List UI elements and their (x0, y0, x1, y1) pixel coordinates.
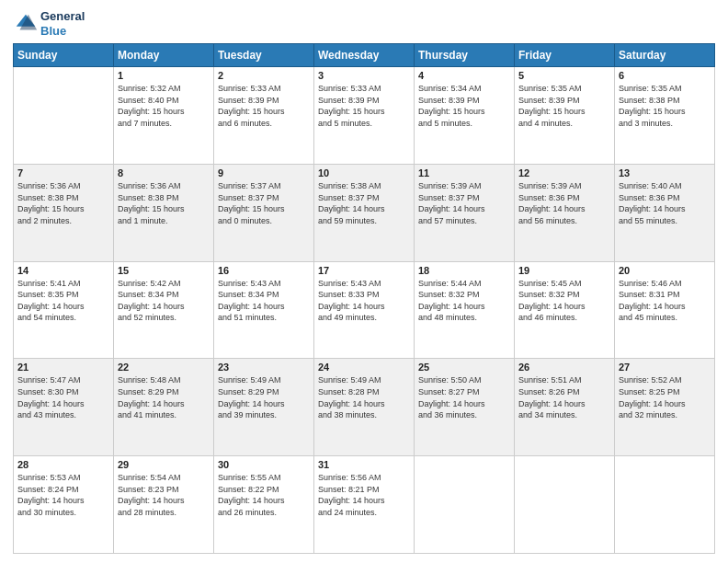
calendar-cell: 12Sunrise: 5:39 AM Sunset: 8:36 PM Dayli… (515, 164, 615, 261)
calendar-cell: 1Sunrise: 5:32 AM Sunset: 8:40 PM Daylig… (114, 67, 214, 165)
cell-info: Sunrise: 5:33 AM Sunset: 8:39 PM Dayligh… (218, 83, 310, 129)
day-number: 7 (17, 167, 109, 178)
calendar-cell (14, 67, 114, 165)
calendar-cell: 26Sunrise: 5:51 AM Sunset: 8:26 PM Dayli… (515, 359, 615, 456)
cell-info: Sunrise: 5:33 AM Sunset: 8:39 PM Dayligh… (318, 83, 410, 129)
calendar-cell: 4Sunrise: 5:34 AM Sunset: 8:39 PM Daylig… (415, 67, 515, 165)
day-number: 26 (518, 362, 610, 373)
day-number: 19 (518, 265, 610, 276)
day-number: 1 (118, 70, 210, 81)
day-number: 6 (619, 70, 711, 81)
calendar-day-header: Saturday (615, 44, 715, 67)
calendar-day-header: Wednesday (314, 44, 415, 67)
logo-text: General Blue (40, 9, 85, 38)
calendar-week-row: 7Sunrise: 5:36 AM Sunset: 8:38 PM Daylig… (14, 164, 715, 261)
cell-info: Sunrise: 5:55 AM Sunset: 8:22 PM Dayligh… (218, 472, 310, 518)
day-number: 17 (318, 265, 410, 276)
day-number: 13 (619, 167, 711, 178)
calendar-day-header: Monday (114, 44, 214, 67)
calendar-day-header: Tuesday (214, 44, 314, 67)
day-number: 25 (418, 362, 510, 373)
cell-info: Sunrise: 5:41 AM Sunset: 8:35 PM Dayligh… (17, 278, 109, 324)
cell-info: Sunrise: 5:36 AM Sunset: 8:38 PM Dayligh… (17, 180, 109, 226)
cell-info: Sunrise: 5:43 AM Sunset: 8:34 PM Dayligh… (218, 278, 310, 324)
cell-info: Sunrise: 5:32 AM Sunset: 8:40 PM Dayligh… (118, 83, 210, 129)
day-number: 21 (17, 362, 109, 373)
calendar-cell: 21Sunrise: 5:47 AM Sunset: 8:30 PM Dayli… (14, 359, 114, 456)
calendar-cell: 31Sunrise: 5:56 AM Sunset: 8:21 PM Dayli… (314, 456, 415, 554)
day-number: 11 (418, 167, 510, 178)
calendar-cell: 11Sunrise: 5:39 AM Sunset: 8:37 PM Dayli… (415, 164, 515, 261)
calendar-week-row: 21Sunrise: 5:47 AM Sunset: 8:30 PM Dayli… (14, 359, 715, 456)
calendar-week-row: 14Sunrise: 5:41 AM Sunset: 8:35 PM Dayli… (14, 261, 715, 359)
day-number: 20 (619, 265, 711, 276)
cell-info: Sunrise: 5:52 AM Sunset: 8:25 PM Dayligh… (619, 374, 711, 420)
calendar-cell: 2Sunrise: 5:33 AM Sunset: 8:39 PM Daylig… (214, 67, 314, 165)
day-number: 15 (118, 265, 210, 276)
cell-info: Sunrise: 5:48 AM Sunset: 8:29 PM Dayligh… (118, 374, 210, 420)
day-number: 28 (17, 459, 109, 470)
calendar-cell: 25Sunrise: 5:50 AM Sunset: 8:27 PM Dayli… (415, 359, 515, 456)
day-number: 16 (218, 265, 310, 276)
day-number: 30 (218, 459, 310, 470)
cell-info: Sunrise: 5:44 AM Sunset: 8:32 PM Dayligh… (418, 278, 510, 324)
cell-info: Sunrise: 5:54 AM Sunset: 8:23 PM Dayligh… (118, 472, 210, 518)
calendar-cell (415, 456, 515, 554)
calendar-cell: 30Sunrise: 5:55 AM Sunset: 8:22 PM Dayli… (214, 456, 314, 554)
calendar-header-row: SundayMondayTuesdayWednesdayThursdayFrid… (14, 44, 715, 67)
day-number: 29 (118, 459, 210, 470)
calendar-cell: 24Sunrise: 5:49 AM Sunset: 8:28 PM Dayli… (314, 359, 415, 456)
cell-info: Sunrise: 5:50 AM Sunset: 8:27 PM Dayligh… (418, 374, 510, 420)
calendar-cell: 9Sunrise: 5:37 AM Sunset: 8:37 PM Daylig… (214, 164, 314, 261)
cell-info: Sunrise: 5:56 AM Sunset: 8:21 PM Dayligh… (318, 472, 410, 518)
calendar-cell: 6Sunrise: 5:35 AM Sunset: 8:38 PM Daylig… (615, 67, 715, 165)
calendar-cell: 7Sunrise: 5:36 AM Sunset: 8:38 PM Daylig… (14, 164, 114, 261)
cell-info: Sunrise: 5:39 AM Sunset: 8:37 PM Dayligh… (418, 180, 510, 226)
logo-icon (13, 11, 39, 37)
cell-info: Sunrise: 5:36 AM Sunset: 8:38 PM Dayligh… (118, 180, 210, 226)
cell-info: Sunrise: 5:34 AM Sunset: 8:39 PM Dayligh… (418, 83, 510, 129)
day-number: 14 (17, 265, 109, 276)
day-number: 3 (318, 70, 410, 81)
calendar-cell: 27Sunrise: 5:52 AM Sunset: 8:25 PM Dayli… (615, 359, 715, 456)
calendar-day-header: Friday (515, 44, 615, 67)
calendar-cell: 5Sunrise: 5:35 AM Sunset: 8:39 PM Daylig… (515, 67, 615, 165)
cell-info: Sunrise: 5:39 AM Sunset: 8:36 PM Dayligh… (518, 180, 610, 226)
calendar-cell: 14Sunrise: 5:41 AM Sunset: 8:35 PM Dayli… (14, 261, 114, 359)
cell-info: Sunrise: 5:47 AM Sunset: 8:30 PM Dayligh… (17, 374, 109, 420)
day-number: 10 (318, 167, 410, 178)
calendar-cell: 15Sunrise: 5:42 AM Sunset: 8:34 PM Dayli… (114, 261, 214, 359)
cell-info: Sunrise: 5:37 AM Sunset: 8:37 PM Dayligh… (218, 180, 310, 226)
calendar-day-header: Thursday (415, 44, 515, 67)
calendar-table: SundayMondayTuesdayWednesdayThursdayFrid… (13, 43, 715, 554)
day-number: 18 (418, 265, 510, 276)
day-number: 22 (118, 362, 210, 373)
calendar-cell: 18Sunrise: 5:44 AM Sunset: 8:32 PM Dayli… (415, 261, 515, 359)
day-number: 31 (318, 459, 410, 470)
page: General Blue SundayMondayTuesdayWednesda… (0, 0, 728, 563)
day-number: 24 (318, 362, 410, 373)
calendar-cell: 17Sunrise: 5:43 AM Sunset: 8:33 PM Dayli… (314, 261, 415, 359)
cell-info: Sunrise: 5:35 AM Sunset: 8:38 PM Dayligh… (619, 83, 711, 129)
calendar-cell: 29Sunrise: 5:54 AM Sunset: 8:23 PM Dayli… (114, 456, 214, 554)
cell-info: Sunrise: 5:40 AM Sunset: 8:36 PM Dayligh… (619, 180, 711, 226)
calendar-cell: 16Sunrise: 5:43 AM Sunset: 8:34 PM Dayli… (214, 261, 314, 359)
day-number: 9 (218, 167, 310, 178)
cell-info: Sunrise: 5:51 AM Sunset: 8:26 PM Dayligh… (518, 374, 610, 420)
cell-info: Sunrise: 5:53 AM Sunset: 8:24 PM Dayligh… (17, 472, 109, 518)
calendar-day-header: Sunday (14, 44, 114, 67)
logo: General Blue (13, 9, 85, 38)
day-number: 12 (518, 167, 610, 178)
calendar-cell: 8Sunrise: 5:36 AM Sunset: 8:38 PM Daylig… (114, 164, 214, 261)
calendar-cell (515, 456, 615, 554)
cell-info: Sunrise: 5:45 AM Sunset: 8:32 PM Dayligh… (518, 278, 610, 324)
calendar-cell: 20Sunrise: 5:46 AM Sunset: 8:31 PM Dayli… (615, 261, 715, 359)
cell-info: Sunrise: 5:35 AM Sunset: 8:39 PM Dayligh… (518, 83, 610, 129)
day-number: 8 (118, 167, 210, 178)
calendar-cell: 3Sunrise: 5:33 AM Sunset: 8:39 PM Daylig… (314, 67, 415, 165)
cell-info: Sunrise: 5:49 AM Sunset: 8:28 PM Dayligh… (318, 374, 410, 420)
day-number: 2 (218, 70, 310, 81)
calendar-week-row: 28Sunrise: 5:53 AM Sunset: 8:24 PM Dayli… (14, 456, 715, 554)
calendar-cell: 28Sunrise: 5:53 AM Sunset: 8:24 PM Dayli… (14, 456, 114, 554)
calendar-cell: 10Sunrise: 5:38 AM Sunset: 8:37 PM Dayli… (314, 164, 415, 261)
